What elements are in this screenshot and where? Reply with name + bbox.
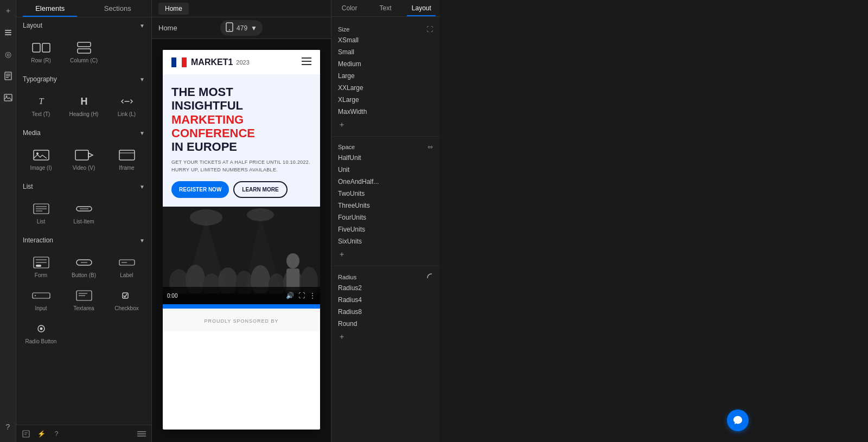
space-oneandhalf[interactable]: OneAndHalf... [331, 176, 439, 188]
element-form[interactable]: Form [21, 251, 61, 281]
icon-layers[interactable] [2, 26, 15, 39]
radius-radius2[interactable]: Radius2 [331, 282, 439, 294]
tab-color[interactable]: Color [331, 0, 367, 16]
element-video[interactable]: Video (V) [63, 143, 104, 174]
size-medium[interactable]: Medium [331, 58, 439, 70]
text-label: Text (T) [32, 111, 50, 117]
link-icon [117, 94, 137, 109]
fullscreen-icon[interactable]: ⛶ [298, 292, 305, 299]
hamburger-icon[interactable] [302, 56, 311, 68]
svg-point-50 [229, 29, 230, 30]
size-xxlarge[interactable]: XXLarge [331, 82, 439, 94]
media-section-header[interactable]: Media ▼ [16, 125, 151, 141]
bottom-icon-menu[interactable] [136, 428, 147, 439]
svg-rect-2 [5, 34, 11, 35]
size-small[interactable]: Small [331, 46, 439, 58]
space-threeunits[interactable]: ThreeUnits [331, 200, 439, 212]
canvas-viewport[interactable]: MARKET1 2023 THE MOST INSIGHTFUL MARKETI… [152, 39, 331, 442]
svg-rect-53 [182, 57, 187, 67]
space-twounits[interactable]: TwoUnits [331, 188, 439, 200]
divider-2 [331, 266, 439, 266]
register-button[interactable]: REGISTER NOW [171, 181, 229, 198]
column-label: Column (C) [70, 57, 98, 63]
radius-add[interactable]: ＋ [331, 330, 439, 344]
page-name: Home [158, 24, 177, 32]
device-selector[interactable]: 479 ▼ [220, 20, 263, 36]
video-controls-bar: 0:00 🔊 ⛶ ⋮ [163, 287, 320, 304]
size-xsmall[interactable]: XSmall [331, 34, 439, 46]
radius-round[interactable]: Round [331, 318, 439, 330]
bottom-bar: ⚡ ? [16, 425, 151, 442]
svg-text:H: H [80, 96, 87, 107]
form-label: Form [35, 272, 47, 278]
list-section-header[interactable]: List ▼ [16, 178, 151, 195]
more-options-icon[interactable]: ⋮ [309, 292, 316, 299]
video-control-icons[interactable]: 🔊 ⛶ ⋮ [286, 292, 316, 299]
interaction-title: Interaction [23, 236, 53, 244]
size-large[interactable]: Large [331, 70, 439, 82]
media-grid: Image (I) Video (V) Iframe [16, 141, 151, 178]
element-heading[interactable]: H Heading (H) [63, 89, 104, 120]
label-icon [117, 255, 137, 270]
icon-circle[interactable]: ◎ [2, 48, 15, 61]
element-iframe[interactable]: Iframe [106, 143, 147, 174]
size-expand-icon[interactable]: ⛶ [426, 25, 433, 33]
typography-section-header[interactable]: Typography ▼ [16, 71, 151, 87]
interaction-section-header[interactable]: Interaction ▼ [16, 232, 151, 248]
element-input[interactable]: Input [21, 284, 61, 315]
volume-icon[interactable]: 🔊 [286, 292, 294, 299]
element-radio[interactable]: Radio Button [21, 317, 61, 348]
space-add[interactable]: ＋ [331, 247, 439, 261]
phone-sponsor: PROUDLY SPONSORED BY [163, 309, 320, 331]
typography-grid: T Text (T) H Heading (H) L [16, 87, 151, 125]
tab-text[interactable]: Text [367, 0, 403, 16]
element-column[interactable]: Column (C) [63, 36, 104, 67]
radius-radius8[interactable]: Radius8 [331, 306, 439, 318]
element-image[interactable]: Image (I) [21, 143, 61, 174]
size-maxwidth[interactable]: MaxWidth [331, 106, 439, 118]
bottom-icon-lightning[interactable]: ⚡ [36, 428, 47, 439]
icon-add[interactable]: ＋ [2, 4, 15, 17]
svg-rect-17 [75, 150, 88, 160]
learn-more-button[interactable]: LEARN MORE [233, 181, 287, 198]
space-halfunit[interactable]: HalfUnit [331, 152, 439, 164]
svg-point-42 [40, 328, 42, 330]
element-link[interactable]: Link (L) [106, 89, 147, 120]
element-checkbox[interactable]: Checkbox [106, 284, 147, 315]
element-text[interactable]: T Text (T) [21, 89, 61, 120]
space-fiveunits[interactable]: FiveUnits [331, 223, 439, 235]
size-add[interactable]: ＋ [331, 118, 439, 132]
layout-section-header[interactable]: Layout ▼ [16, 17, 151, 34]
element-textarea[interactable]: Textarea [63, 284, 104, 315]
image-label: Image (I) [30, 165, 52, 171]
element-list[interactable]: List [21, 197, 61, 228]
radius-icon [426, 273, 433, 281]
chat-button[interactable] [727, 409, 749, 431]
element-list-item[interactable]: List-Item [63, 197, 104, 228]
space-fourunits[interactable]: FourUnits [331, 212, 439, 223]
tab-sections[interactable]: Sections [84, 0, 152, 17]
size-xlarge[interactable]: XLarge [331, 94, 439, 106]
right-sidebar: Color Text Layout Size ⛶ XSmall Small Me… [331, 0, 439, 442]
tab-layout[interactable]: Layout [404, 0, 439, 16]
icon-help[interactable]: ? [2, 420, 15, 433]
heading-label: Heading (H) [69, 111, 99, 117]
image-icon [31, 148, 51, 163]
radius-radius4[interactable]: Radius4 [331, 294, 439, 306]
bottom-icon-help[interactable]: ? [51, 428, 62, 439]
tab-elements[interactable]: Elements [16, 0, 84, 17]
canvas-tab-home[interactable]: Home [158, 3, 189, 15]
device-dropdown-icon: ▼ [251, 24, 257, 32]
space-sixunits[interactable]: SixUnits [331, 235, 439, 247]
icon-image[interactable] [2, 91, 15, 104]
link-label: Link (L) [118, 111, 136, 117]
element-row[interactable]: Row (R) [21, 36, 61, 67]
element-label[interactable]: Label [106, 251, 147, 281]
space-unit[interactable]: Unit [331, 164, 439, 176]
list-title: List [23, 183, 33, 190]
left-sidebar: Elements Sections Layout ▼ Row (R) [16, 0, 152, 442]
logo-text: MARKET1 [191, 57, 233, 67]
bottom-icon-pages[interactable] [21, 428, 31, 439]
element-button[interactable]: Button (B) [63, 251, 104, 281]
icon-page[interactable] [2, 69, 15, 82]
